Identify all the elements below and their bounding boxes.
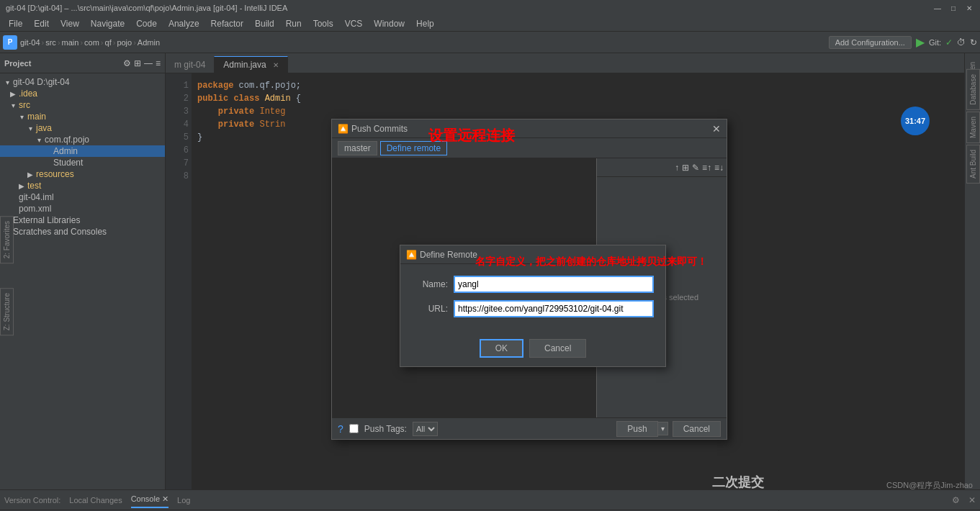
line-numbers: 12345678 — [166, 73, 192, 489]
push-dropdown-btn[interactable]: ▾ — [658, 422, 668, 435]
settings-icon[interactable]: ⊞ — [134, 58, 141, 68]
structure-tab[interactable]: Z: Structure — [0, 288, 14, 335]
sidebar-icons: ⚙ ⊞ — ≡ — [123, 58, 161, 68]
maximize-btn[interactable]: □ — [948, 3, 958, 13]
push-main-btn[interactable]: Push — [616, 421, 657, 437]
tree-item-src[interactable]: ▾ src — [0, 99, 165, 111]
database-tab[interactable]: Database — [966, 69, 980, 110]
breadcrumb-item-admin[interactable]: Admin — [138, 38, 160, 47]
tree-item-student[interactable]: Student — [0, 157, 165, 168]
push-right-grid-icon[interactable]: ⊞ — [682, 163, 689, 173]
tree-item-git04dgit04[interactable]: ▾ git-04 D:\git-04 — [0, 76, 165, 88]
breadcrumb-item-pojo[interactable]: pojo — [117, 38, 132, 47]
breadcrumb-item-src[interactable]: src — [45, 38, 56, 47]
breadcrumb-item-main[interactable]: main — [62, 38, 79, 47]
tree-label: test — [27, 181, 41, 191]
tree-item-admin[interactable]: Admin — [0, 145, 165, 157]
tree-item-java[interactable]: ▾ java — [0, 122, 165, 134]
menu-item-edit[interactable]: Edit — [28, 17, 55, 30]
tree-item-main[interactable]: ▾ main — [0, 111, 165, 122]
version-control-tab[interactable]: Version Control: — [4, 493, 60, 507]
tree-label: resources — [36, 169, 74, 179]
close-btn[interactable]: ✕ — [964, 3, 974, 13]
menu-item-vcs[interactable]: VCS — [339, 17, 369, 30]
favorites-tab[interactable]: 2: Favorites — [0, 216, 14, 263]
menu-item-help[interactable]: Help — [410, 17, 440, 30]
tree-arrow-icon: ▾ — [9, 101, 17, 109]
tab-git04[interactable]: m git-04 — [166, 56, 214, 73]
push-right-sort2-icon[interactable]: ≡↓ — [714, 163, 724, 173]
breadcrumb: git-04 › src › main › com › qf › pojo › … — [20, 38, 160, 47]
menu-item-build[interactable]: Build — [249, 17, 280, 30]
git-check-icon: ✓ — [945, 37, 953, 48]
tree-item-test[interactable]: ▶ test — [0, 180, 165, 191]
right-side-tabs: Database Maven Ant Build — [966, 69, 980, 184]
breadcrumb-item-git-04[interactable]: git-04 — [20, 38, 40, 47]
git-clock-icon: ⏱ — [957, 37, 966, 48]
push-right-sort1-icon[interactable]: ≡↑ — [702, 163, 711, 173]
define-cancel-btn[interactable]: Cancel — [529, 339, 586, 358]
tab-admin-label: Admin.java — [223, 60, 266, 70]
menu-item-run[interactable]: Run — [280, 17, 307, 30]
bottom-panel: Version Control: Local Changes Console ✕… — [0, 489, 980, 511]
push-define-tab[interactable]: Define remote — [380, 141, 447, 155]
tab-git04-label: m git-04 — [174, 60, 205, 70]
breadcrumb-item-com[interactable]: com — [84, 38, 99, 47]
add-config-btn[interactable]: Add Configuration... — [829, 36, 912, 49]
breadcrumb-item-qf[interactable]: qf — [105, 38, 112, 47]
define-ok-btn[interactable]: OK — [480, 339, 523, 358]
tree-item-git04iml[interactable]: git-04.iml — [0, 191, 165, 203]
minimize-btn[interactable]: — — [932, 3, 943, 13]
menu-item-analyze[interactable]: Analyze — [163, 17, 205, 30]
tab-close-icon[interactable]: ✕ — [273, 61, 279, 69]
maven-side-tab[interactable]: Maven — [966, 112, 980, 143]
menu-item-view[interactable]: View — [55, 17, 85, 30]
menu-item-file[interactable]: File — [3, 17, 28, 30]
run-icon[interactable]: ▶ — [916, 35, 925, 49]
title-text: git-04 [D:\git-04] – ...\src\main\java\c… — [6, 4, 287, 12]
push-branch-tab: master — [338, 141, 377, 155]
push-tags-select[interactable]: All — [413, 422, 438, 436]
tree-item-pomxml[interactable]: pom.xml — [0, 203, 165, 214]
bottom-close-icon[interactable]: ✕ — [968, 495, 976, 505]
menu-item-tools[interactable]: Tools — [307, 17, 339, 30]
tree-item-externallibraries[interactable]: ▶ External Libraries — [0, 214, 165, 226]
tree-label: com.qf.pojo — [45, 135, 89, 145]
menu-item-refactor[interactable]: Refactor — [205, 17, 249, 30]
local-changes-tab[interactable]: Local Changes — [69, 493, 122, 507]
tree-item-resources[interactable]: ▶ resources — [0, 168, 165, 180]
menu-item-code[interactable]: Code — [130, 17, 163, 30]
tree-item-scratchesandconsoles[interactable]: ▶ Scratches and Consoles — [0, 226, 165, 238]
define-url-label: URL: — [412, 304, 448, 314]
push-tags-checkbox[interactable] — [349, 424, 359, 433]
log-tab[interactable]: Log — [177, 493, 190, 507]
bottom-settings-icon[interactable]: ⚙ — [952, 495, 960, 505]
breadcrumb-separator: › — [133, 38, 136, 47]
minus-icon[interactable]: — — [144, 58, 153, 68]
push-right-edit-icon[interactable]: ✎ — [692, 163, 699, 173]
gear-icon[interactable]: ≡ — [156, 58, 161, 68]
sync-icon[interactable]: ⚙ — [123, 58, 131, 68]
sidebar-title: Project — [4, 59, 31, 68]
push-close-icon[interactable]: ✕ — [712, 123, 721, 135]
ant-build-tab[interactable]: Ant Build — [966, 145, 980, 184]
menu-item-navigate[interactable]: Navigate — [85, 17, 130, 30]
tree-label: git-04 D:\git-04 — [13, 77, 70, 87]
define-body: Name: URL: — [400, 264, 665, 336]
tree-label: src — [19, 100, 30, 110]
watermark: CSDN@程序员Jim-zhao — [886, 480, 973, 491]
define-url-input[interactable] — [454, 300, 654, 317]
tree-item-idea[interactable]: ▶ .idea — [0, 88, 165, 99]
tree-arrow-icon: ▶ — [26, 171, 35, 178]
title-bar: git-04 [D:\git-04] – ...\src\main\java\c… — [0, 0, 980, 16]
push-right-toolbar: ↑ ⊞ ✎ ≡↑ ≡↓ — [597, 158, 727, 177]
console-tab[interactable]: Console ✕ — [131, 492, 168, 508]
tree-item-comqfpojo[interactable]: ▾ com.qf.pojo — [0, 134, 165, 145]
tab-admin-java[interactable]: Admin.java ✕ — [214, 56, 288, 73]
tree-label: Admin — [53, 146, 78, 156]
push-right-arrows-icon[interactable]: ↑ — [675, 163, 679, 173]
push-cancel-btn[interactable]: Cancel — [673, 421, 721, 437]
push-help-icon[interactable]: ? — [338, 423, 343, 435]
define-name-input[interactable] — [454, 276, 654, 293]
menu-item-window[interactable]: Window — [368, 17, 410, 30]
